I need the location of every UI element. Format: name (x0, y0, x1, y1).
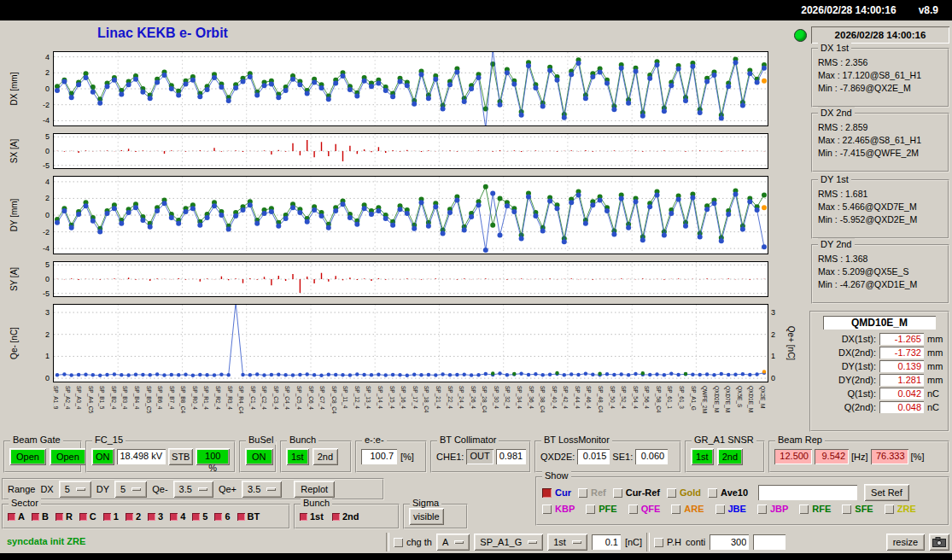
bunch-2nd-toggle[interactable]: 2nd (332, 511, 359, 522)
fc15-percent-button[interactable]: 100 % (196, 448, 230, 465)
dx-axis-label: DX [mm] (9, 73, 19, 106)
x-axis-label: SP_24_4 (458, 386, 464, 409)
toggle-indicator (170, 513, 178, 521)
x-axis-label: SP_A1_9 (53, 386, 59, 409)
y-tick-label: 0 (45, 146, 50, 156)
sector-c-toggle[interactable]: C (79, 511, 96, 522)
show-rfe-checkbox[interactable]: RFE (799, 504, 831, 514)
dx-1st-stats-label: DX 1st (818, 42, 851, 55)
x-axis-label: SP_58_C4 (656, 386, 662, 412)
bunch-2nd-button[interactable]: 2nd (312, 448, 338, 465)
bunch-mode-select[interactable]: 1st (547, 534, 587, 551)
option-dash-icon (198, 487, 207, 491)
gr-snsr-label: GR_A1 SNSR (692, 435, 756, 445)
sector-bt-toggle[interactable]: BT (237, 511, 260, 522)
ph-checkbox[interactable]: P.H (654, 537, 681, 547)
checkbox-indicator (654, 538, 663, 547)
threshold-entry[interactable] (592, 534, 621, 550)
show-ave10-checkbox[interactable]: Ave10 (708, 487, 748, 498)
sector-r-toggle[interactable]: R (55, 511, 73, 522)
show-are-checkbox[interactable]: ARE (671, 504, 704, 514)
bunch-1st-button[interactable]: 1st (286, 448, 309, 465)
bunch-items: 1st2nd (300, 511, 359, 522)
show-cur-ref-checkbox[interactable]: Cur-Ref (613, 487, 660, 498)
y-tick-label: 1 (771, 351, 775, 361)
dy-plot-frame (53, 176, 768, 254)
bpm-mode-select[interactable]: SP_A1_G (474, 534, 543, 551)
sector-a-toggle[interactable]: A (8, 511, 25, 522)
show-pfe-checkbox[interactable]: PFE (586, 504, 616, 514)
chg-th-label: chg th (406, 537, 432, 547)
show-zre-checkbox[interactable]: ZRE (885, 504, 916, 514)
fc15-stb-button[interactable]: STB (168, 448, 193, 465)
range-qem-select[interactable]: 3.5 (173, 481, 213, 498)
sector-3-toggle[interactable]: 3 (148, 511, 163, 522)
sector-5-toggle[interactable]: 5 (192, 511, 207, 522)
sector-6-toggle[interactable]: 6 (214, 511, 230, 522)
y-tick-label: 2 (45, 330, 50, 340)
bpm-mode-value: SP_A1_G (480, 537, 522, 547)
option-dash-icon (528, 540, 537, 544)
dx-2nd-stats-label: DX 2nd (818, 107, 855, 120)
x-axis-label: SP_C5_4 (296, 386, 302, 410)
resize-button[interactable]: resize (886, 534, 925, 551)
status-lamp-icon (794, 29, 807, 42)
x-axis-label: SP_42_4 (563, 386, 569, 409)
checkbox-label: RFE (812, 504, 831, 514)
range-qep-select[interactable]: 3.5 (242, 481, 282, 498)
toggle-indicator (32, 513, 39, 521)
replot-button[interactable]: Replot (294, 481, 335, 498)
checkbox-indicator (708, 488, 717, 498)
show-jbp-checkbox[interactable]: JBP (757, 504, 788, 514)
bunch-1st-toggle[interactable]: 1st (300, 511, 324, 522)
page-title: Linac KEKB e- Orbit (97, 26, 228, 41)
toggle-indicator (237, 513, 245, 521)
ref-name-entry[interactable] (758, 485, 857, 500)
sector-b-toggle[interactable]: B (32, 511, 49, 522)
qe-right-y-ticks: 3210 (769, 305, 786, 382)
set-ref-button[interactable]: Set Ref (864, 484, 909, 501)
beam-gate-open2-button[interactable]: Open (50, 448, 86, 465)
show-jbe-checkbox[interactable]: JBE (715, 504, 746, 514)
sector-4-toggle[interactable]: 4 (170, 511, 185, 522)
checkbox-label: PFE (599, 504, 616, 514)
sector-mode-select[interactable]: A (436, 534, 470, 551)
show-qfe-checkbox[interactable]: QFE (628, 504, 661, 514)
gr-snsr-2nd-button[interactable]: 2nd (717, 448, 743, 465)
range-qep-label: Qe+ (219, 484, 237, 494)
beam-rep-group: Beam Rep 12.500 9.542 [Hz] 76.333 [%] (768, 440, 949, 473)
show-sfe-checkbox[interactable]: SFE (842, 504, 873, 514)
show-cur-checkbox[interactable]: Cur (542, 487, 571, 498)
screenshot-button[interactable] (929, 534, 949, 551)
y-tick-label: -4 (43, 115, 50, 125)
chg-th-checkbox[interactable]: chg th (394, 537, 432, 547)
x-axis-label: SP_46_4 (586, 386, 592, 409)
x-axis-label: SP_A4_C5 (88, 386, 94, 413)
sigma-visible-button[interactable]: visible (409, 508, 444, 525)
mon-dx2-label: DX(2nd): (828, 347, 876, 358)
aux-entry[interactable] (753, 534, 786, 550)
mon-q2-label: Q(2nd): (828, 402, 876, 412)
fc15-on-button[interactable]: ON (91, 448, 114, 465)
range-dy-select[interactable]: 5 (114, 481, 147, 498)
ee-ratio-value: 100.7 (361, 449, 397, 464)
sy-chart (54, 262, 768, 296)
x-axis-label: SP_34_4 (517, 386, 523, 409)
show-kbp-checkbox[interactable]: KBP (542, 504, 575, 514)
show-gold-checkbox[interactable]: Gold (667, 487, 701, 498)
sector-1-toggle[interactable]: 1 (103, 511, 119, 522)
dx-1st-max: Max : 17.120@S8_61_H1 (818, 69, 943, 82)
toggle-indicator (79, 513, 87, 521)
gr-snsr-1st-button[interactable]: 1st (691, 448, 714, 465)
qe-chart (54, 305, 768, 382)
y-tick-label: -2 (43, 100, 50, 110)
sector-2-toggle[interactable]: 2 (126, 511, 141, 522)
beam-gate-open1-button[interactable]: Open (9, 448, 46, 465)
x-axis-label: SP_28_C4 (482, 386, 488, 412)
range-dx-select[interactable]: 5 (59, 481, 91, 498)
sy-y-ticks: 50-5 (29, 262, 51, 296)
show-ref-checkbox[interactable]: Ref (578, 487, 606, 498)
x-axis-label: SP_A2_4 (65, 386, 71, 409)
busel-on-button[interactable]: ON (245, 448, 273, 465)
conti-count-entry[interactable] (710, 534, 749, 550)
